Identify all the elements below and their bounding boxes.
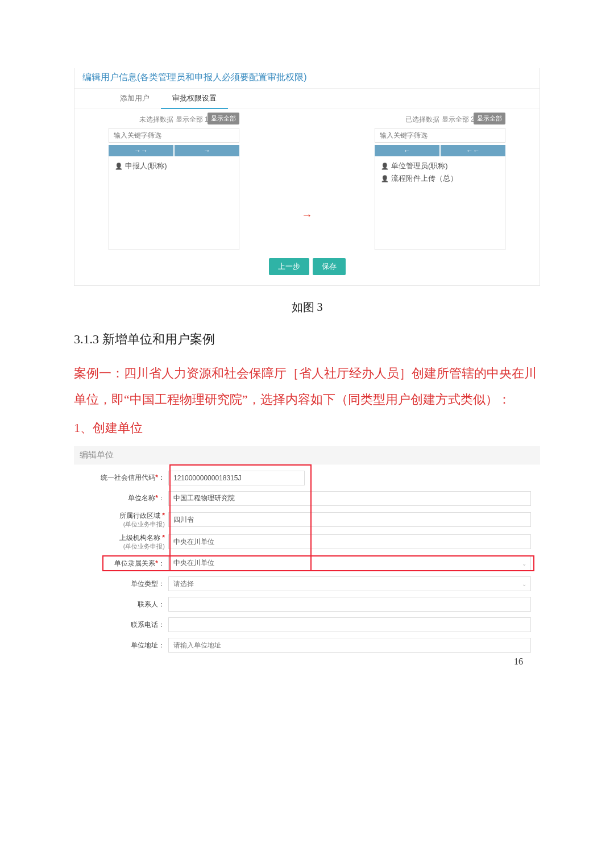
row-unit-name: 单位名称*： (74, 488, 540, 509)
row-unit-type: 单位类型： ⌄ (74, 574, 540, 594)
panel1-title: 编辑用户信息(各类管理员和申报人必须要配置审批权限) (74, 68, 540, 89)
credit-code-input[interactable] (168, 471, 305, 485)
unselected-column: 未选择数据 显示全部 1 显示全部 →→ → 申报人(职称) (109, 111, 239, 250)
affiliation-select[interactable] (168, 556, 531, 571)
case-description: 案例一：四川省人力资源和社会保障厅［省人社厅经办人员］创建所管辖的中央在川单位，… (74, 360, 540, 413)
row-affiliation: 单位隶属关系*： ⌄ (74, 553, 540, 574)
row-phone: 联系电话： (74, 614, 540, 635)
edit-user-panel: 编辑用户信息(各类管理员和申报人必须要配置审批权限) 添加用户 审批权限设置 未… (74, 68, 540, 286)
show-all-right-button[interactable]: 显示全部 (474, 113, 505, 124)
panel2-title: 编辑单位 (74, 446, 540, 464)
row-credit-code: 统一社会信用代码*： (74, 468, 540, 488)
phone-input[interactable] (168, 617, 531, 632)
step-heading: 1、创建单位 (74, 415, 540, 441)
unselected-header: 未选择数据 显示全部 1 (139, 115, 208, 124)
prev-step-button[interactable]: 上一步 (269, 258, 309, 275)
move-all-right-button[interactable]: →→ (109, 145, 173, 156)
row-contact: 联系人： (74, 594, 540, 614)
edit-unit-panel: 编辑单位 统一社会信用代码*： 单位名称*： 所属行政区域 *(单位业务申报) … (74, 446, 540, 655)
move-right-button[interactable]: → (175, 145, 239, 156)
unit-name-input[interactable] (168, 491, 531, 506)
address-input[interactable] (168, 638, 531, 653)
page-number: 16 (514, 657, 523, 667)
parent-org-input[interactable] (168, 534, 531, 549)
row-region: 所属行政区域 *(单位业务申报) (74, 509, 540, 531)
selected-header: 已选择数据 显示全部 2 (405, 115, 474, 124)
tab-approval-settings[interactable]: 审批权限设置 (161, 89, 228, 109)
list-item[interactable]: 申报人(职称) (115, 160, 233, 172)
unselected-listbox[interactable]: 申报人(职称) (109, 156, 239, 250)
row-parent-org: 上级机构名称 *(单位业务申报) (74, 531, 540, 553)
tab-add-user[interactable]: 添加用户 (109, 89, 161, 109)
selected-listbox[interactable]: 单位管理员(职称) 流程附件上传（总） (375, 156, 505, 250)
list-item[interactable]: 流程附件上传（总） (381, 172, 499, 185)
tabs: 添加用户 审批权限设置 (74, 89, 540, 109)
contact-input[interactable] (168, 597, 531, 612)
section-heading: 3.1.3 新增单位和用户案例 (74, 331, 540, 348)
move-all-left-button[interactable]: ←← (441, 145, 505, 156)
transfer-arrow-icon: → (298, 111, 316, 250)
row-address: 单位地址： (74, 635, 540, 655)
filter-right-input[interactable] (375, 128, 505, 143)
filter-left-input[interactable] (109, 128, 239, 143)
figure-caption: 如图 3 (74, 300, 540, 315)
show-all-left-button[interactable]: 显示全部 (208, 113, 239, 124)
move-left-button[interactable]: ← (375, 145, 439, 156)
unit-type-select[interactable] (168, 576, 531, 591)
selected-column: 已选择数据 显示全部 2 显示全部 ← ←← 单位管理员(职称) 流程附件上传（… (375, 111, 505, 250)
list-item[interactable]: 单位管理员(职称) (381, 160, 499, 172)
region-input[interactable] (168, 512, 531, 527)
save-button[interactable]: 保存 (313, 258, 346, 275)
